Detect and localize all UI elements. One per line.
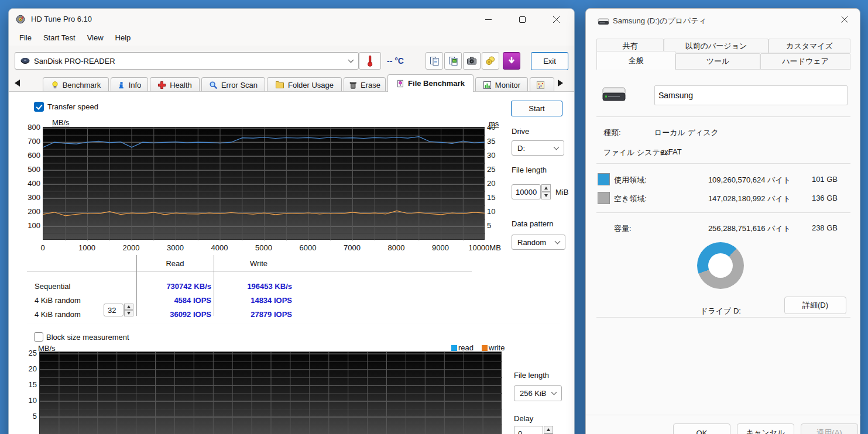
menu-start-test[interactable]: Start Test [37, 31, 81, 44]
axis-tick-label: 30 [487, 151, 495, 160]
tab-hardware[interactable]: ハードウェア [760, 53, 850, 70]
axis-tick-label: 25 [9, 349, 37, 358]
axis-tick-label: 20 [487, 179, 495, 188]
type-value: ローカル ディスク [654, 128, 719, 138]
cancel-button[interactable]: キャンセル [737, 423, 794, 434]
tab-scroll-left-icon[interactable] [15, 80, 20, 87]
menu-view[interactable]: View [81, 31, 109, 44]
drive-select[interactable]: D: [512, 140, 564, 156]
magnifier-icon [209, 81, 218, 89]
axis-tick-label: 15 [9, 380, 37, 390]
axis-tick-label: 7000 [335, 243, 370, 253]
delay-spin-up[interactable] [544, 426, 553, 433]
block-size-checkbox[interactable] [34, 332, 43, 342]
transfer-speed-checkbox[interactable] [34, 102, 44, 112]
block-size-chart [39, 352, 502, 434]
tab-general[interactable]: 全般 [596, 51, 675, 70]
copy-image-button[interactable] [444, 52, 462, 70]
axis-tick-label: 500 [9, 165, 40, 174]
axis-tick-label: 40 [487, 123, 495, 132]
tab-benchmark[interactable]: Benchmark [43, 77, 109, 92]
download-arrow-icon [507, 56, 516, 66]
device-select-value: SanDisk PRO-READER [34, 57, 115, 66]
axis-tick-label: 20 [9, 364, 37, 374]
chevron-down-icon [555, 238, 561, 244]
monitor-chart-icon [483, 81, 492, 89]
queue-depth-spin-up[interactable] [124, 304, 133, 310]
folder-icon [275, 81, 284, 89]
hdtune-tabstrip: Benchmark Info Health Error Scan Folder … [9, 75, 574, 91]
coins-icon [485, 56, 496, 66]
menu-help[interactable]: Help [109, 31, 137, 44]
chevron-down-icon [551, 390, 557, 395]
free-space-swatch [598, 192, 610, 204]
tab-health[interactable]: Health [150, 77, 200, 92]
axis-tick-label: 9000 [423, 243, 458, 253]
file-benchmark-page: Transfer speed Start MB/s ms 80070060050… [9, 91, 574, 434]
axis-tick-label: 800 [9, 123, 40, 132]
row-4kib-random-label: 4 KiB random [35, 296, 81, 305]
details-button[interactable]: 詳細(D) [784, 297, 846, 314]
random-qd-read-value: 36092 IOPS [126, 310, 211, 319]
axis-tick-label: 10 [9, 396, 37, 405]
sequential-read-value: 730742 KB/s [126, 282, 211, 291]
props-close-button[interactable] [833, 10, 856, 29]
file-length2-select[interactable]: 256 KiB [514, 385, 562, 401]
tab-scroll-right-icon[interactable] [558, 80, 563, 87]
tab-folder-usage[interactable]: Folder Usage [267, 77, 342, 92]
hdtune-titlebar[interactable]: HD Tune Pro 6.10 [9, 9, 574, 30]
block-size-label: Block size measurement [46, 333, 129, 342]
queue-depth-input[interactable] [104, 304, 123, 316]
export-button[interactable] [503, 52, 520, 70]
device-select[interactable]: SanDisk PRO-READER [15, 52, 359, 70]
axis-tick-label: 300 [9, 193, 40, 202]
file-length-spin-up[interactable] [541, 184, 551, 192]
delay-input[interactable] [514, 426, 543, 434]
tab-erase[interactable]: Erase [344, 77, 386, 92]
temperature-button[interactable] [359, 52, 381, 70]
ok-button[interactable]: OK [673, 423, 730, 434]
minimize-button[interactable] [475, 9, 502, 30]
tab-tools[interactable]: ツール [675, 53, 760, 70]
maximize-button[interactable] [509, 9, 536, 30]
tab-random-access[interactable] [530, 77, 554, 92]
desktop: { "colors": { "desktop": "#3E82C6", "acc… [0, 0, 868, 434]
file-length-input[interactable] [512, 184, 541, 199]
random-qd-write-value: 27879 IOPS [214, 310, 292, 319]
save-results-button[interactable] [482, 52, 499, 70]
tab-customize[interactable]: カスタマイズ [768, 39, 850, 53]
start-button[interactable]: Start [511, 101, 562, 116]
tab-info[interactable]: Info [111, 77, 148, 92]
volume-name-input[interactable] [654, 85, 848, 105]
screenshot-button[interactable] [463, 52, 481, 70]
axis-tick-label: 35 [487, 137, 495, 146]
file-length2-label: File length [514, 371, 549, 380]
trash-icon [349, 81, 357, 89]
write-column-header: Write [217, 259, 300, 268]
thermometer-icon [366, 54, 374, 68]
section-divider [27, 323, 560, 323]
menu-file[interactable]: File [13, 31, 37, 44]
copy-report-button[interactable] [426, 52, 443, 70]
axis-tick-label: 400 [9, 179, 40, 188]
copy-text-icon [430, 56, 440, 66]
camera-icon [466, 56, 477, 66]
close-button[interactable] [543, 9, 569, 30]
tab-previous-versions[interactable]: 以前のバージョン [664, 39, 768, 53]
capacity-size: 238 GB [812, 223, 838, 232]
props-titlebar[interactable]: Samsung (D:)のプロパティ [586, 9, 860, 31]
exit-button[interactable]: Exit [531, 52, 568, 70]
used-space-label: 使用領域: [614, 175, 647, 185]
transfer-speed-label: Transfer speed [47, 102, 98, 111]
tab-file-benchmark[interactable]: File Benchmark [387, 74, 474, 92]
data-pattern-select[interactable]: Random [512, 235, 565, 250]
table-header-rule [27, 271, 472, 271]
divider [596, 116, 850, 117]
tab-error-scan[interactable]: Error Scan [201, 77, 265, 92]
apply-button[interactable]: 適用(A) [801, 423, 858, 434]
drive-properties-dialog: Samsung (D:)のプロパティ 共有 以前のバージョン カスタマイズ 全般… [585, 8, 860, 434]
axis-tick-label: 8000 [379, 243, 414, 253]
tab-monitor[interactable]: Monitor [475, 77, 528, 92]
capacity-label: 容量: [614, 223, 632, 234]
file-length-spin-down[interactable] [541, 192, 551, 199]
